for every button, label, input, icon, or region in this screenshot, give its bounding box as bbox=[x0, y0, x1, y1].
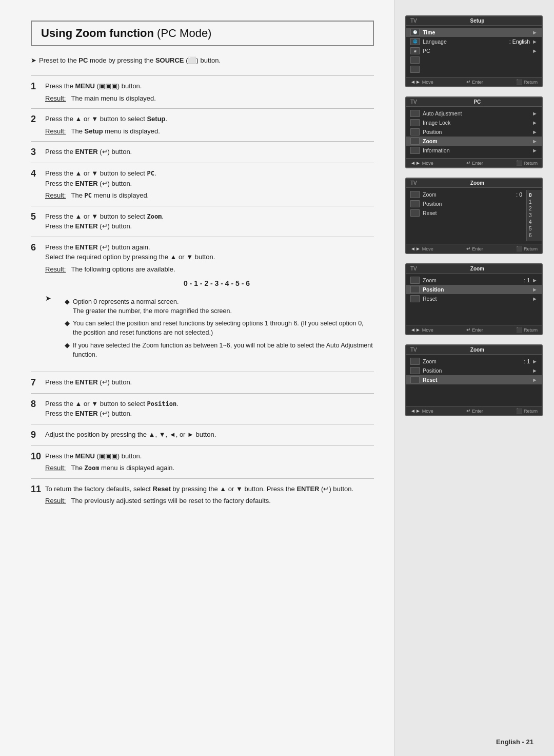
tv-row-information-arrow: ► bbox=[532, 147, 538, 153]
tv-row-position4-text: Position bbox=[423, 286, 530, 293]
tv-screen-2-footer: ◄► Move ↵ Enter ⬛ Return bbox=[406, 158, 542, 167]
tv-footer-return-4: ⬛ Return bbox=[516, 327, 538, 333]
step-11: 11 To return the factory defaults, selec… bbox=[31, 478, 374, 511]
tv-icon-position3 bbox=[410, 200, 420, 207]
step-content-2: Press the ▲ or ▼ button to select Setup.… bbox=[45, 114, 374, 136]
step-5-main2: Press the ENTER (↵) button. bbox=[45, 221, 374, 231]
main-content: Using Zoom function (PC Mode) ➤ Preset t… bbox=[0, 0, 395, 756]
tv-screen-4-body: Zoom : 1 ► Position ► Reset ► bbox=[406, 274, 542, 324]
step-number-9: 9 bbox=[31, 430, 45, 440]
tv-footer-return-3: ⬛ Return bbox=[516, 246, 538, 251]
tv-title-3: Zoom bbox=[470, 180, 484, 186]
step-7-main: Press the ENTER (↵) button. bbox=[45, 377, 374, 387]
bullet-2: ◆ You can select the position and reset … bbox=[65, 319, 374, 337]
tv-screen-1-header: TV Setup bbox=[406, 16, 542, 26]
tv-row-zoom5-value: : 1 bbox=[524, 358, 530, 364]
step-11-result-text: The previously adjusted settings will be… bbox=[71, 496, 270, 506]
page-footer: English - 21 bbox=[496, 738, 533, 746]
tv-row-empty4b bbox=[406, 313, 542, 322]
step-4: 4 Press the ▲ or ▼ button to select PC. … bbox=[31, 163, 374, 206]
footer-text: English - 21 bbox=[496, 738, 533, 746]
tv-footer-enter-3: ↵ Enter bbox=[466, 246, 483, 251]
tv-footer-return-1: ⬛ Return bbox=[516, 79, 538, 85]
title-box: Using Zoom function (PC Mode) bbox=[31, 21, 374, 46]
tv-screen-2-header: TV PC bbox=[406, 98, 542, 107]
tv-row-zoom-highlighted: Zoom ► bbox=[406, 137, 542, 146]
tv-row-zoom4-arrow: ► bbox=[532, 277, 538, 283]
step-9: 9 Adjust the position by pressing the ▲,… bbox=[31, 424, 374, 445]
tv-row-reset4: Reset ► bbox=[406, 294, 542, 303]
zoom-num-5: 5 bbox=[529, 225, 538, 232]
tv-row-position: Position ► bbox=[406, 127, 542, 137]
step-4-result-text: The PC menu is displayed. bbox=[71, 190, 149, 201]
step-10-main: Press the MENU (▣▣▣) button. bbox=[45, 451, 374, 461]
zoom-numbers-list: 0 1 2 3 4 5 6 bbox=[526, 190, 542, 241]
preset-text: Preset to the PC mode by pressing the SO… bbox=[39, 56, 221, 64]
tv-icon-reset4 bbox=[410, 295, 420, 302]
tv-row-zoom4: Zoom : 1 ► bbox=[406, 276, 542, 285]
step-6-result-label: Result: bbox=[45, 264, 66, 275]
step-5: 5 Press the ▲ or ▼ button to select Zoom… bbox=[31, 206, 374, 237]
tv-icon-reset5 bbox=[410, 376, 420, 383]
step-number-11: 11 bbox=[31, 484, 45, 506]
tv-row-language-text: Language bbox=[423, 38, 507, 45]
tv-screen-2-body: Auto Adjustment ► Image Lock ► Position … bbox=[406, 107, 542, 157]
tv-label-1: TV bbox=[410, 18, 417, 24]
tv-row-pc-text: PC bbox=[423, 48, 530, 54]
step-6-main2: Select the required option by pressing t… bbox=[45, 252, 374, 262]
step-number-7: 7 bbox=[31, 377, 45, 388]
tv-screen-3-rows: Zoom : 0 Position Reset bbox=[406, 190, 526, 241]
tv-row-zoom5-text: Zoom bbox=[423, 358, 522, 364]
tv-row-auto-adj: Auto Adjustment ► bbox=[406, 109, 542, 118]
tv-row-empty3a bbox=[406, 218, 526, 227]
tv-row-zoom3-text: Zoom bbox=[423, 191, 514, 198]
step-number-1: 1 bbox=[31, 81, 45, 103]
step-content-6: Press the ENTER (↵) button again. Select… bbox=[45, 242, 374, 366]
tv-row-zoom4-value: : 1 bbox=[524, 277, 530, 283]
zoom-num-6: 6 bbox=[529, 232, 538, 239]
zoom-num-3: 3 bbox=[529, 212, 538, 219]
tv-row-zoom-text: Zoom bbox=[423, 138, 530, 144]
tv-row-reset5: Reset ► bbox=[406, 375, 542, 384]
tv-row-empty4a bbox=[406, 303, 542, 313]
tv-screen-4-footer: ◄► Move ↵ Enter ⬛ Return bbox=[406, 325, 542, 334]
tv-row-pc: 🖥 PC ► bbox=[406, 46, 542, 55]
tv-icon-empty2 bbox=[410, 66, 420, 73]
step-6-bullet-arrow: ➤ ◆ Option 0 represents a normal screen.… bbox=[45, 293, 374, 362]
tv-icon-time: 🕐 bbox=[410, 29, 420, 36]
tv-row-reset3-text: Reset bbox=[423, 210, 522, 216]
step-content-10: Press the MENU (▣▣▣) button. Result: The… bbox=[45, 451, 374, 473]
tv-icon-empty1 bbox=[410, 56, 420, 64]
tv-footer-enter-5: ↵ Enter bbox=[466, 408, 483, 414]
step-content-4: Press the ▲ or ▼ button to select PC. Pr… bbox=[45, 168, 374, 201]
tv-row-zoom4-text: Zoom bbox=[423, 277, 522, 283]
tv-row-information: Information ► bbox=[406, 146, 542, 155]
tv-row-language-arrow: ► bbox=[532, 38, 538, 45]
tv-row-information-text: Information bbox=[423, 147, 530, 153]
tv-row-time-text: Time bbox=[423, 29, 530, 35]
step-4-result-label: Result: bbox=[45, 190, 66, 201]
zoom-num-2: 2 bbox=[529, 205, 538, 212]
tv-row-imagelock: Image Lock ► bbox=[406, 118, 542, 127]
step-number-3: 3 bbox=[31, 147, 45, 158]
step-6: 6 Press the ENTER (↵) button again. Sele… bbox=[31, 237, 374, 372]
step-content-7: Press the ENTER (↵) button. bbox=[45, 377, 374, 388]
step-10-result: Result: The Zoom menu is displayed again… bbox=[45, 463, 374, 473]
step-6-main: Press the ENTER (↵) button again. bbox=[45, 242, 374, 253]
step-8-main2: Press the ENTER (↵) button. bbox=[45, 409, 374, 419]
step-3-main: Press the ENTER (↵) button. bbox=[45, 147, 374, 157]
tv-row-zoom3-value: : 0 bbox=[516, 191, 522, 198]
step-content-3: Press the ENTER (↵) button. bbox=[45, 147, 374, 158]
tv-icon-reset3 bbox=[410, 209, 420, 217]
step-8: 8 Press the ▲ or ▼ button to select Posi… bbox=[31, 393, 374, 424]
tv-row-pc-arrow: ► bbox=[532, 48, 538, 54]
tv-footer-enter-2: ↵ Enter bbox=[466, 160, 483, 166]
step-1-result-text: The main menu is displayed. bbox=[71, 93, 155, 104]
page-title: Using Zoom function (PC Mode) bbox=[41, 27, 364, 40]
tv-row-reset3: Reset bbox=[406, 208, 526, 218]
sidebar: TV Setup 🕐 Time ► 🌐 Language : English ► bbox=[395, 0, 554, 756]
tv-footer-return-2: ⬛ Return bbox=[516, 160, 538, 166]
step-10-result-text: The Zoom menu is displayed again. bbox=[71, 463, 174, 473]
step-content-5: Press the ▲ or ▼ button to select Zoom. … bbox=[45, 211, 374, 231]
tv-footer-move-3: ◄► Move bbox=[410, 246, 433, 251]
